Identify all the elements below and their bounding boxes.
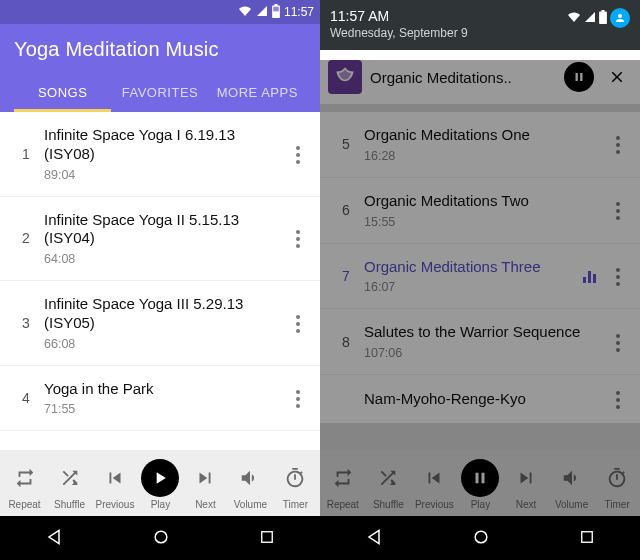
status-bar: 11:57: [0, 0, 320, 24]
track-title: Organic Meditations Two: [364, 192, 596, 211]
svg-rect-1: [273, 6, 278, 11]
more-icon[interactable]: [280, 144, 316, 164]
media-notification[interactable]: Organic Meditations..: [320, 50, 640, 104]
battery-icon: [599, 10, 607, 27]
signal-icon: [584, 10, 596, 26]
nav-home-icon[interactable]: [151, 527, 171, 550]
app-bar: Yoga Meditation Music SONGS FAVORITES MO…: [0, 24, 320, 112]
signal-icon: [256, 5, 268, 20]
more-icon[interactable]: [280, 388, 316, 408]
phone-left: 11:57 Yoga Meditation Music SONGS FAVORI…: [0, 0, 320, 560]
timer-button[interactable]: Timer: [598, 459, 636, 510]
play-button[interactable]: Play: [141, 459, 179, 510]
more-icon[interactable]: [280, 313, 316, 333]
track-title: Organic Meditations One: [364, 126, 596, 145]
track-number: 4: [8, 390, 44, 406]
shuffle-button[interactable]: Shuffle: [369, 459, 407, 510]
svg-rect-3: [262, 531, 273, 542]
list-item[interactable]: Nam-Myoho-Renge-Kyo: [320, 375, 640, 423]
battery-icon: [272, 4, 280, 21]
more-icon[interactable]: [600, 200, 636, 220]
list-item[interactable]: 7 Organic Meditations Three16:07: [320, 244, 640, 310]
list-item[interactable]: 4 Yoga in the Park 71:55: [0, 366, 320, 432]
track-title: Infinite Space Yoga I 6.19.13 (ISY08): [44, 126, 276, 164]
app-title: Yoga Meditation Music: [14, 34, 306, 75]
wifi-icon: [238, 5, 252, 20]
svg-rect-6: [621, 135, 630, 138]
nav-recent-icon[interactable]: [258, 528, 276, 549]
svg-rect-8: [582, 531, 593, 542]
account-icon[interactable]: [610, 8, 630, 28]
shade-date: Wednesday, September 9: [330, 26, 468, 40]
more-icon[interactable]: [600, 332, 636, 352]
track-title: Nam-Myoho-Renge-Kyo: [364, 390, 596, 409]
list-item[interactable]: 2 Infinite Space Yoga II 5.15.13 (ISY04)…: [0, 197, 320, 282]
pause-button[interactable]: Play: [461, 459, 499, 510]
previous-button[interactable]: Previous: [415, 459, 454, 510]
nav-home-icon[interactable]: [471, 527, 491, 550]
track-number: 3: [8, 315, 44, 331]
repeat-button[interactable]: Repeat: [324, 459, 362, 510]
timer-button[interactable]: Timer: [276, 459, 314, 510]
track-duration: 89:04: [44, 168, 276, 182]
track-number: 7: [328, 268, 364, 284]
track-number: 8: [328, 334, 364, 350]
svg-point-2: [155, 531, 167, 543]
notification-close-button[interactable]: [602, 68, 632, 86]
tab-songs[interactable]: SONGS: [14, 75, 111, 112]
list-item[interactable]: 1 Infinite Space Yoga I 6.19.13 (ISY08) …: [0, 112, 320, 197]
previous-button[interactable]: Previous: [96, 459, 135, 510]
svg-rect-5: [619, 129, 631, 132]
list-item[interactable]: 6 Organic Meditations Two15:55: [320, 178, 640, 244]
next-button[interactable]: Next: [507, 459, 545, 510]
notification-pause-button[interactable]: [564, 62, 594, 92]
shuffle-button[interactable]: Shuffle: [51, 459, 89, 510]
volume-button[interactable]: Volume: [231, 459, 269, 510]
track-duration: 64:08: [44, 252, 276, 266]
more-icon[interactable]: [600, 266, 636, 286]
volume-button[interactable]: Volume: [553, 459, 591, 510]
more-icon[interactable]: [280, 228, 316, 248]
wifi-icon: [567, 10, 581, 26]
repeat-button[interactable]: Repeat: [6, 459, 44, 510]
track-title: Yoga in the Park: [44, 380, 276, 399]
notification-shade-header[interactable]: 11:57 AM Wednesday, September 9: [320, 0, 640, 50]
playback-controls: Repeat Shuffle Previous Play Next Volume…: [320, 450, 640, 516]
track-title: Organic Meditations Three: [364, 258, 579, 277]
app-icon: [328, 60, 362, 94]
playback-controls: Repeat Shuffle Previous Play Next Volume…: [0, 450, 320, 516]
now-playing-icon: [583, 269, 596, 283]
phone-right: 11:57 AM Wednesday, September 9 Organic …: [320, 0, 640, 560]
track-duration: 16:28: [364, 149, 596, 163]
svg-rect-0: [273, 11, 278, 16]
track-number: 2: [8, 230, 44, 246]
android-nav-bar: [320, 516, 640, 560]
tab-favorites[interactable]: FAVORITES: [111, 75, 208, 112]
clear-all-icon[interactable]: [612, 122, 634, 143]
track-title: Infinite Space Yoga II 5.15.13 (ISY04): [44, 211, 276, 249]
track-title: Salutes to the Warrior Sequence: [364, 323, 596, 342]
more-icon[interactable]: [600, 389, 636, 409]
list-item[interactable]: 3 Infinite Space Yoga III 5.29.13 (ISY05…: [0, 281, 320, 366]
track-duration: 16:07: [364, 280, 579, 294]
nav-back-icon[interactable]: [364, 527, 384, 550]
shade-time: 11:57 AM: [330, 8, 468, 24]
next-button[interactable]: Next: [186, 459, 224, 510]
list-item[interactable]: 8 Salutes to the Warrior Sequence107:06: [320, 309, 640, 375]
list-item[interactable]: 5 Organic Meditations One16:28: [320, 112, 640, 178]
track-duration: 15:55: [364, 215, 596, 229]
android-nav-bar: [0, 516, 320, 560]
svg-point-7: [475, 531, 487, 543]
track-duration: 66:08: [44, 337, 276, 351]
notification-title: Organic Meditations..: [370, 69, 556, 86]
tabs: SONGS FAVORITES MORE APPS: [14, 75, 306, 112]
nav-recent-icon[interactable]: [578, 528, 596, 549]
track-duration: 71:55: [44, 402, 276, 416]
svg-rect-4: [616, 124, 630, 127]
nav-back-icon[interactable]: [44, 527, 64, 550]
tab-more-apps[interactable]: MORE APPS: [209, 75, 306, 112]
track-number: 6: [328, 202, 364, 218]
track-number: 5: [328, 136, 364, 152]
song-list[interactable]: 1 Infinite Space Yoga I 6.19.13 (ISY08) …: [0, 112, 320, 450]
track-title: Infinite Space Yoga III 5.29.13 (ISY05): [44, 295, 276, 333]
